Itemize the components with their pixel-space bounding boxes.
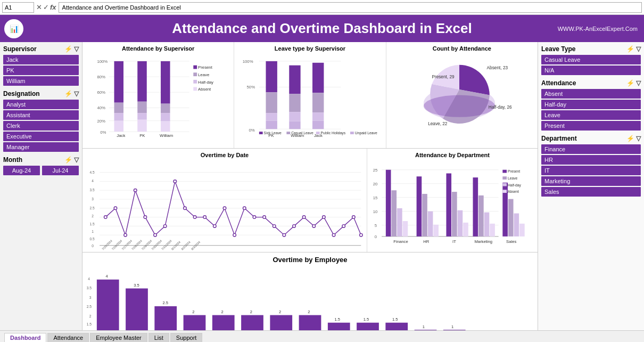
- svg-text:2.5: 2.5: [87, 305, 92, 308]
- confirm-icon[interactable]: ✓: [43, 3, 49, 11]
- svg-rect-159: [508, 199, 514, 237]
- rp-na[interactable]: N/A: [541, 66, 641, 75]
- supervisor-filter-icon[interactable]: ⚡: [64, 45, 72, 53]
- dept-chart-title: Attendance by Department: [370, 152, 534, 158]
- sidebar-item-william[interactable]: William: [3, 76, 79, 86]
- month-filter-icon[interactable]: ⚡: [64, 156, 72, 164]
- rp-half-day[interactable]: Half-day: [541, 100, 641, 109]
- sheet-tab-attendance[interactable]: Attendance: [47, 333, 89, 342]
- svg-text:3: 3: [92, 197, 94, 201]
- sheet-tab-dashboard[interactable]: Dashboard: [4, 333, 46, 342]
- month-filter-icons[interactable]: ⚡ ▽: [64, 156, 79, 164]
- supervisor-filter-icons[interactable]: ⚡ ▽: [64, 45, 79, 53]
- sheet-tab-support[interactable]: Support: [170, 333, 203, 342]
- sidebar-item-assistant[interactable]: Assistant: [3, 110, 79, 120]
- svg-text:60%: 60%: [97, 90, 105, 95]
- attendance-filter-icons[interactable]: ⚡ ▽: [626, 79, 641, 87]
- svg-text:100%: 100%: [97, 59, 108, 64]
- month-jul-btn[interactable]: Jul-24: [42, 166, 79, 175]
- rp-absent[interactable]: Absent: [541, 89, 641, 99]
- sheet-tabs: Dashboard Attendance Employee Master Lis…: [0, 330, 644, 342]
- svg-text:15: 15: [373, 196, 378, 200]
- svg-text:25: 25: [373, 168, 378, 173]
- svg-rect-45: [290, 66, 301, 94]
- svg-text:Finance: Finance: [393, 239, 408, 244]
- svg-text:40%: 40%: [97, 105, 105, 110]
- sidebar-item-executive[interactable]: Executive: [3, 132, 79, 141]
- svg-rect-31: [193, 80, 197, 84]
- svg-text:Half-day: Half-day: [198, 80, 213, 85]
- svg-point-103: [243, 207, 246, 210]
- rp-sales[interactable]: Sales: [541, 187, 641, 197]
- svg-rect-44: [266, 121, 277, 129]
- svg-point-97: [184, 207, 187, 210]
- month-aug-btn[interactable]: Aug-24: [3, 166, 40, 175]
- svg-text:Jack: Jack: [117, 133, 125, 138]
- rp-it[interactable]: IT: [541, 166, 641, 175]
- svg-text:HR: HR: [423, 239, 430, 244]
- designation-sort-icon[interactable]: ▽: [74, 90, 79, 97]
- attendance-section: Attendance ⚡ ▽ Absent Half-day Leave Pre…: [541, 79, 641, 131]
- svg-text:Present: Present: [198, 65, 213, 70]
- rp-finance[interactable]: Finance: [541, 144, 641, 154]
- month-sort-icon[interactable]: ▽: [74, 156, 79, 164]
- svg-text:1.5: 1.5: [87, 322, 92, 326]
- svg-text:Public Holidays: Public Holidays: [321, 131, 346, 135]
- sidebar-item-clerk[interactable]: Clerk: [3, 121, 79, 131]
- sidebar-item-jack[interactable]: Jack: [3, 55, 79, 64]
- department-sort-icon[interactable]: ▽: [636, 135, 641, 142]
- leave-type-filter-icons[interactable]: ⚡ ▽: [626, 45, 641, 53]
- supervisor-sort-icon[interactable]: ▽: [74, 45, 79, 53]
- rp-marketing[interactable]: Marketing: [541, 176, 641, 186]
- svg-text:4: 4: [92, 179, 94, 183]
- leave-type-sort-icon[interactable]: ▽: [636, 45, 641, 53]
- svg-point-90: [114, 207, 117, 210]
- svg-text:PK: PK: [139, 133, 145, 138]
- attendance-sort-icon[interactable]: ▽: [636, 79, 641, 87]
- supervisor-chart: Attendance by Supervisor 100% 80% 60% 40…: [82, 42, 234, 148]
- svg-rect-51: [312, 112, 324, 121]
- sidebar-item-pk[interactable]: PK: [3, 66, 79, 75]
- fx-icon[interactable]: fx: [50, 3, 56, 11]
- svg-point-91: [124, 233, 127, 237]
- rp-hr[interactable]: HR: [541, 155, 641, 165]
- svg-rect-143: [417, 176, 422, 237]
- svg-text:Half-day: Half-day: [508, 183, 522, 188]
- svg-text:3.5: 3.5: [134, 283, 139, 288]
- svg-rect-23: [161, 121, 170, 132]
- sheet-tab-employee-master[interactable]: Employee Master: [90, 333, 147, 342]
- svg-text:1.5: 1.5: [392, 317, 398, 322]
- attendance-filter-icon[interactable]: ⚡: [626, 79, 634, 87]
- rp-leave[interactable]: Leave: [541, 110, 641, 120]
- svg-rect-62: [350, 132, 354, 134]
- svg-text:Leave, 22: Leave, 22: [428, 121, 448, 126]
- svg-rect-145: [428, 211, 433, 237]
- sidebar-item-manager[interactable]: Manager: [3, 142, 79, 152]
- svg-rect-58: [287, 132, 291, 134]
- left-sidebar: Supervisor ⚡ ▽ Jack PK William Designati…: [0, 42, 82, 342]
- name-box[interactable]: A1: [2, 2, 34, 13]
- svg-text:5: 5: [375, 223, 377, 228]
- rp-present[interactable]: Present: [541, 121, 641, 131]
- svg-point-113: [342, 225, 345, 228]
- designation-filter-icons[interactable]: ⚡ ▽: [64, 90, 79, 97]
- sheet-tab-list[interactable]: List: [148, 333, 169, 342]
- svg-text:1.5: 1.5: [89, 222, 94, 226]
- svg-rect-16: [137, 61, 147, 102]
- designation-filter-icon[interactable]: ⚡: [64, 90, 72, 97]
- svg-rect-21: [161, 104, 170, 113]
- svg-rect-46: [290, 94, 301, 112]
- cancel-icon[interactable]: ✕: [36, 3, 42, 11]
- leave-type-filter-icon[interactable]: ⚡: [626, 45, 634, 53]
- svg-text:2.5: 2.5: [89, 206, 94, 210]
- department-filter-icon[interactable]: ⚡: [626, 135, 634, 142]
- svg-rect-60: [316, 132, 320, 134]
- svg-rect-179: [97, 280, 119, 337]
- sidebar-item-analyst[interactable]: Analyst: [3, 100, 79, 109]
- svg-rect-14: [114, 113, 123, 121]
- rp-casual-leave[interactable]: Casual Leave: [541, 55, 641, 64]
- formula-bar[interactable]: Attendance and Overtime Dashboard in Exc…: [59, 2, 642, 13]
- svg-text:1.5: 1.5: [334, 317, 340, 322]
- formula-icons: ✕ ✓ fx: [36, 3, 56, 11]
- department-filter-icons[interactable]: ⚡ ▽: [626, 135, 641, 142]
